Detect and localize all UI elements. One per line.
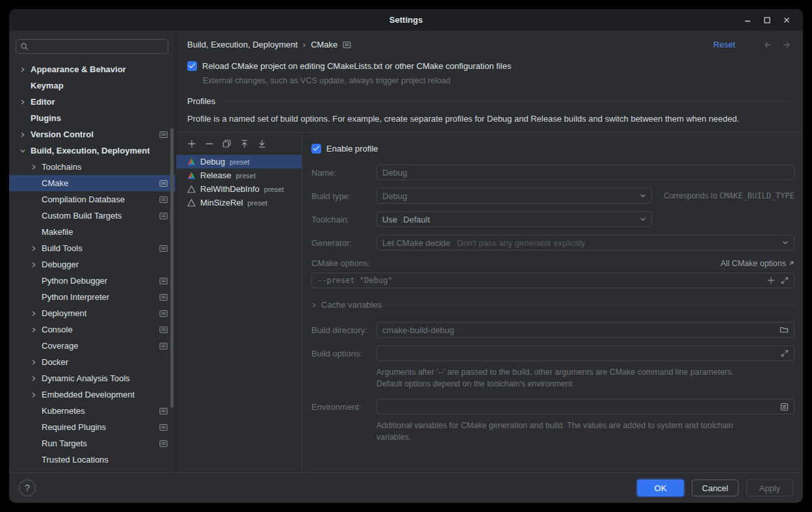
search-box[interactable] <box>16 39 168 54</box>
sidebar-item-version-control[interactable]: Version Control <box>9 126 176 142</box>
sidebar-item-plugins[interactable]: Plugins <box>9 110 176 126</box>
chevron-right-icon[interactable] <box>20 132 31 137</box>
sidebar-item-required-plugins[interactable]: Required Plugins <box>9 419 176 435</box>
search-input[interactable] <box>32 42 164 51</box>
chevron-right-icon[interactable] <box>31 165 42 170</box>
expand-icon[interactable] <box>781 349 789 357</box>
external-link-icon <box>789 260 794 266</box>
reset-link[interactable]: Reset <box>713 40 735 49</box>
project-settings-icon <box>159 180 168 187</box>
reload-cmake-checkbox[interactable]: Reload CMake project on editing CMakeLis… <box>187 59 794 72</box>
maximize-button[interactable] <box>757 9 777 31</box>
enable-profile-checkbox[interactable]: Enable profile <box>311 142 794 155</box>
build-directory-value: cmake-build-debug <box>382 325 454 335</box>
project-settings-icon <box>159 407 168 415</box>
sidebar-item-coverage[interactable]: Coverage <box>9 338 176 354</box>
chevron-right-icon[interactable] <box>31 376 42 381</box>
sidebar-item-console[interactable]: Console <box>9 321 176 338</box>
sidebar-item-appearance-behavior[interactable]: Appearance & Behavior <box>9 61 176 77</box>
project-settings-icon <box>159 342 168 350</box>
chevron-right-icon[interactable] <box>31 392 42 397</box>
toolchain-prefix: Use <box>382 215 397 224</box>
chevron-right-icon[interactable] <box>31 311 42 316</box>
move-up-button[interactable] <box>239 138 250 150</box>
sidebar-item-python-debugger[interactable]: Python Debugger <box>9 273 176 289</box>
close-button[interactable] <box>777 9 796 31</box>
remove-profile-button[interactable] <box>203 138 215 150</box>
sidebar-item-kubernetes[interactable]: Kubernetes <box>9 403 176 419</box>
build-type-value: Debug <box>382 191 407 201</box>
profile-item-release[interactable]: Release preset <box>176 168 302 182</box>
profiles-panel: Debug preset Release preset RelWithDebIn… <box>176 132 803 472</box>
environment-input[interactable] <box>376 399 794 414</box>
sidebar-item-build-execution-deployment[interactable]: Build, Execution, Deployment <box>9 142 176 159</box>
name-input[interactable]: Debug <box>376 165 794 180</box>
sidebar-item-label: Python Interpreter <box>42 292 109 302</box>
sidebar-scrollbar[interactable] <box>170 128 174 408</box>
sidebar-item-docker[interactable]: Docker <box>9 354 176 370</box>
profile-tag: preset <box>229 158 250 166</box>
ok-button[interactable]: OK <box>637 479 684 496</box>
generator-select[interactable]: Let CMake decide Don't pass any generato… <box>376 235 794 250</box>
build-options-input[interactable] <box>376 345 794 361</box>
sidebar-item-build-tools[interactable]: Build Tools <box>9 240 176 256</box>
sidebar-item-dynamic-analysis-tools[interactable]: Dynamic Analysis Tools <box>9 370 176 386</box>
sidebar-item-label: Dynamic Analysis Tools <box>42 373 130 383</box>
chevron-right-icon[interactable] <box>31 246 42 251</box>
cmake-options-value: --preset "Debug" <box>317 276 393 285</box>
environment-variables-icon[interactable] <box>780 403 789 411</box>
sidebar-item-label: Trusted Locations <box>42 455 109 465</box>
chevron-right-icon[interactable] <box>31 262 42 267</box>
chevron-right-icon[interactable] <box>31 360 42 365</box>
profile-item-debug[interactable]: Debug preset <box>176 155 302 168</box>
sidebar-item-run-targets[interactable]: Run Targets <box>9 435 176 451</box>
sidebar-item-cmake[interactable]: CMake <box>9 175 176 191</box>
window-controls <box>738 9 796 31</box>
cmake-profile-disabled-icon <box>187 185 196 193</box>
sidebar-item-custom-build-targets[interactable]: Custom Build Targets <box>9 208 176 224</box>
profiles-list: Debug preset Release preset RelWithDebIn… <box>176 133 302 472</box>
cmake-options-input[interactable]: --preset "Debug" <box>311 273 794 288</box>
move-down-button[interactable] <box>256 138 268 150</box>
sidebar-item-editor[interactable]: Editor <box>9 94 176 110</box>
breadcrumb-build-execution-deployment[interactable]: Build, Execution, Deployment <box>187 40 298 49</box>
reload-cmake-label: Reload CMake project on editing CMakeLis… <box>202 61 511 71</box>
sidebar-item-label: Version Control <box>31 129 94 139</box>
folder-icon[interactable] <box>779 326 789 334</box>
sidebar-item-debugger[interactable]: Debugger <box>9 256 176 273</box>
profile-item-relwithdebinfo[interactable]: RelWithDebInfo preset <box>176 182 302 196</box>
minimize-button[interactable] <box>738 9 757 31</box>
sidebar-item-keymap[interactable]: Keymap <box>9 77 176 94</box>
profile-item-minsizerel[interactable]: MinSizeRel preset <box>176 196 302 209</box>
chevron-down-icon[interactable] <box>20 148 31 154</box>
build-type-select[interactable]: Debug <box>376 188 652 204</box>
sidebar-item-compilation-database[interactable]: Compilation Database <box>9 191 176 208</box>
sidebar-item-embedded-development[interactable]: Embedded Development <box>9 386 176 403</box>
sidebar-item-label: CMake <box>42 178 68 188</box>
sidebar-item-label: Custom Build Targets <box>42 211 122 221</box>
add-profile-button[interactable] <box>186 138 198 150</box>
settings-sidebar: Appearance & Behavior Keymap Editor Plug… <box>9 31 176 472</box>
expand-icon[interactable] <box>781 276 789 284</box>
add-option-icon[interactable] <box>767 276 775 284</box>
build-directory-input[interactable]: cmake-build-debug <box>376 322 794 338</box>
forward-arrow-icon[interactable] <box>779 38 794 52</box>
copy-profile-button[interactable] <box>221 138 233 150</box>
back-arrow-icon[interactable] <box>760 38 774 52</box>
sidebar-item-label: Console <box>42 325 73 334</box>
sidebar-item-makefile[interactable]: Makefile <box>9 224 176 240</box>
sidebar-item-python-interpreter[interactable]: Python Interpreter <box>9 289 176 305</box>
sidebar-item-trusted-locations[interactable]: Trusted Locations <box>9 451 176 468</box>
help-button[interactable]: ? <box>19 479 36 496</box>
all-cmake-options-link[interactable]: All CMake options <box>720 259 794 268</box>
chevron-right-icon[interactable] <box>20 100 31 105</box>
apply-button[interactable]: Apply <box>746 479 793 496</box>
sidebar-item-deployment[interactable]: Deployment <box>9 305 176 321</box>
sidebar-item-label: Python Debugger <box>42 276 107 286</box>
cancel-button[interactable]: Cancel <box>692 479 739 496</box>
cache-variables-toggle[interactable]: Cache variables <box>311 300 794 310</box>
toolchain-select[interactable]: Use Default <box>376 211 652 227</box>
sidebar-item-toolchains[interactable]: Toolchains <box>9 159 176 175</box>
chevron-right-icon[interactable] <box>31 327 42 332</box>
chevron-right-icon[interactable] <box>20 67 31 72</box>
